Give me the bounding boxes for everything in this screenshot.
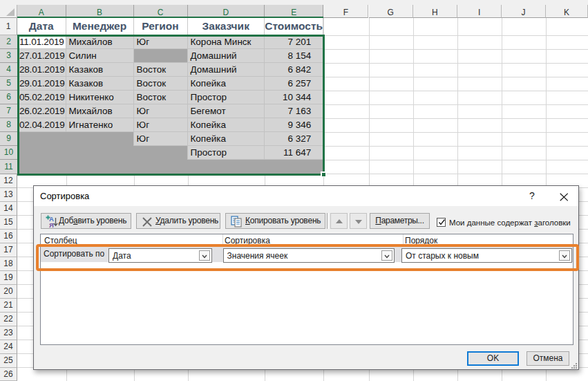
svg-text:Я: Я — [49, 221, 54, 228]
